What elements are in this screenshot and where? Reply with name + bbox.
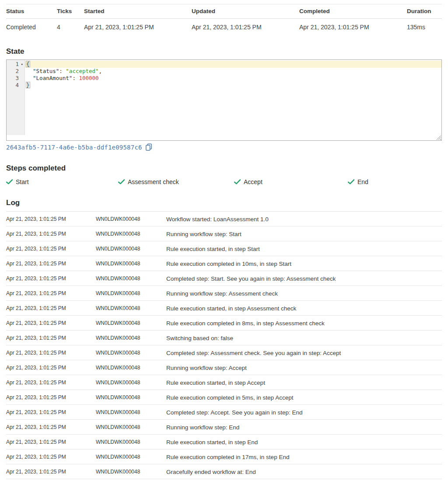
editor-line-number: 2 <box>7 68 24 75</box>
instance-id-row: 2643afb5-7117-4a6e-b5ba-ddf1e09587c6 <box>6 143 442 151</box>
log-message: Running workflow step: End <box>166 420 442 435</box>
editor-line: "LoanAmount": 100000 <box>25 75 441 82</box>
log-message: Rule execution started, in step Start <box>166 241 442 256</box>
log-timestamp: Apr 21, 2023, 1:01:25 PM <box>6 316 95 331</box>
summary-ticks-value: 4 <box>57 19 84 37</box>
summary-header-status: Status <box>6 4 57 19</box>
editor-gutter: 1▾234 <box>7 60 25 135</box>
log-machine: WN0LDWK000048 <box>95 420 166 435</box>
check-icon <box>118 179 125 185</box>
log-row: Apr 21, 2023, 1:01:25 PM WN0LDWK000048 C… <box>6 345 442 360</box>
state-heading: State <box>6 47 442 56</box>
summary-completed-value: Apr 21, 2023, 1:01:25 PM <box>299 19 407 37</box>
editor-line: { <box>25 61 441 68</box>
log-timestamp: Apr 21, 2023, 1:01:25 PM <box>6 435 95 449</box>
editor-line-number: 3 <box>7 75 24 82</box>
log-timestamp: Apr 21, 2023, 1:01:25 PM <box>6 420 95 435</box>
log-table: Apr 21, 2023, 1:01:25 PM WN0LDWK000048 W… <box>6 211 442 484</box>
summary-header-row: Status Ticks Started Updated Completed D… <box>6 4 442 19</box>
log-row: Apr 21, 2023, 1:01:25 PM WN0LDWK000048 R… <box>6 301 442 316</box>
log-row: Apr 21, 2023, 1:01:25 PM WN0LDWK000048 C… <box>6 405 442 420</box>
log-row: Apr 21, 2023, 1:01:25 PM WN0LDWK000048 R… <box>6 256 442 271</box>
editor-code-area[interactable]: { "Status": "accepted", "LoanAmount": 10… <box>25 60 441 89</box>
log-timestamp: Apr 21, 2023, 1:01:25 PM <box>6 390 95 405</box>
log-row: Apr 21, 2023, 1:01:25 PM WN0LDWK000048 R… <box>6 375 442 390</box>
log-timestamp: Apr 21, 2023, 1:01:25 PM <box>6 375 95 390</box>
log-machine: WN0LDWK000048 <box>95 449 166 464</box>
log-machine: WN0LDWK000048 <box>95 286 166 301</box>
log-message: Completed step: Accept. See you again in… <box>166 405 442 420</box>
log-row: Apr 21, 2023, 1:01:25 PM WN0LDWK000048 R… <box>6 360 442 375</box>
log-machine: WN0LDWK000048 <box>95 390 166 405</box>
log-message: Rule execution completed in 5ms, in step… <box>166 390 442 405</box>
log-machine: WN0LDWK000048 <box>95 345 166 360</box>
log-machine: WN0LDWK000048 <box>95 271 166 286</box>
steps-row: Start Assessment check Accept End <box>6 178 442 185</box>
log-row: Apr 21, 2023, 1:01:25 PM WN0LDWK000048 W… <box>6 212 442 226</box>
log-message: Gracefully ended workflow at: End <box>166 464 442 479</box>
resize-handle-icon[interactable] <box>436 135 441 140</box>
log-message: Rule execution started, in step End <box>166 435 442 449</box>
log-timestamp: Apr 21, 2023, 1:01:25 PM <box>6 345 95 360</box>
summary-header-updated: Updated <box>192 4 299 19</box>
log-row: Apr 21, 2023, 1:01:25 PM WN0LDWK000048 R… <box>6 241 442 256</box>
log-row: Apr 21, 2023, 1:01:25 PM WN0LDWK000048 C… <box>6 479 442 484</box>
log-heading: Log <box>6 198 442 207</box>
log-message: Rule execution completed in 10ms, in ste… <box>166 256 442 271</box>
log-machine: WN0LDWK000048 <box>95 226 166 241</box>
log-timestamp: Apr 21, 2023, 1:01:25 PM <box>6 464 95 479</box>
log-timestamp: Apr 21, 2023, 1:01:25 PM <box>6 271 95 286</box>
log-machine: WN0LDWK000048 <box>95 435 166 449</box>
step-item: End <box>348 178 442 185</box>
log-machine: WN0LDWK000048 <box>95 241 166 256</box>
summary-started-value: Apr 21, 2023, 1:01:25 PM <box>84 19 192 37</box>
summary-status-value: Completed <box>6 19 57 37</box>
fold-arrow-icon[interactable]: ▾ <box>21 61 23 67</box>
summary-header-completed: Completed <box>299 4 407 19</box>
instance-id-link[interactable]: 2643afb5-7117-4a6e-b5ba-ddf1e09587c6 <box>6 144 142 151</box>
check-icon <box>234 179 241 185</box>
log-message: Running workflow step: Start <box>166 226 442 241</box>
log-message: Rule execution completed in 8ms, in step… <box>166 316 442 331</box>
steps-heading: Steps completed <box>6 164 442 173</box>
editor-line-number: 4 <box>7 82 24 89</box>
log-machine: WN0LDWK000048 <box>95 256 166 271</box>
log-machine: WN0LDWK000048 <box>95 331 166 345</box>
log-row: Apr 21, 2023, 1:01:25 PM WN0LDWK000048 R… <box>6 316 442 331</box>
log-timestamp: Apr 21, 2023, 1:01:25 PM <box>6 449 95 464</box>
log-message: Completed step: End. Workflow completed. <box>166 479 442 484</box>
log-row: Apr 21, 2023, 1:01:25 PM WN0LDWK000048 R… <box>6 435 442 449</box>
step-label: Assessment check <box>128 178 179 185</box>
log-timestamp: Apr 21, 2023, 1:01:25 PM <box>6 256 95 271</box>
editor-line-number: 1▾ <box>7 61 24 68</box>
workflow-instance-page: Status Ticks Started Updated Completed D… <box>0 4 448 484</box>
check-icon <box>348 179 354 185</box>
check-icon <box>6 179 13 185</box>
step-item: Assessment check <box>118 178 234 185</box>
summary-header-started: Started <box>84 4 192 19</box>
log-row: Apr 21, 2023, 1:01:25 PM WN0LDWK000048 G… <box>6 464 442 479</box>
log-machine: WN0LDWK000048 <box>95 464 166 479</box>
copy-icon[interactable] <box>145 143 152 151</box>
state-json-editor[interactable]: 1▾234 { "Status": "accepted", "LoanAmoun… <box>6 59 442 141</box>
log-machine: WN0LDWK000048 <box>95 375 166 390</box>
editor-line: "Status": "accepted", <box>25 68 441 75</box>
log-row: Apr 21, 2023, 1:01:25 PM WN0LDWK000048 R… <box>6 390 442 405</box>
step-item: Start <box>6 178 118 185</box>
log-row: Apr 21, 2023, 1:01:25 PM WN0LDWK000048 R… <box>6 420 442 435</box>
log-machine: WN0LDWK000048 <box>95 360 166 375</box>
log-message: Rule execution completed in 17ms, in ste… <box>166 449 442 464</box>
log-message: Switching based on: false <box>166 331 442 345</box>
log-timestamp: Apr 21, 2023, 1:01:25 PM <box>6 241 95 256</box>
log-row: Apr 21, 2023, 1:01:25 PM WN0LDWK000048 C… <box>6 271 442 286</box>
log-row: Apr 21, 2023, 1:01:25 PM WN0LDWK000048 R… <box>6 286 442 301</box>
summary-table: Status Ticks Started Updated Completed D… <box>6 4 442 36</box>
log-row: Apr 21, 2023, 1:01:25 PM WN0LDWK000048 R… <box>6 226 442 241</box>
step-label: Start <box>16 178 29 185</box>
log-timestamp: Apr 21, 2023, 1:01:25 PM <box>6 212 95 226</box>
summary-header-ticks: Ticks <box>57 4 84 19</box>
log-timestamp: Apr 21, 2023, 1:01:25 PM <box>6 331 95 345</box>
summary-duration-value: 135ms <box>407 19 442 37</box>
log-message: Completed step: Start. See you again in … <box>166 271 442 286</box>
log-machine: WN0LDWK000048 <box>95 405 166 420</box>
